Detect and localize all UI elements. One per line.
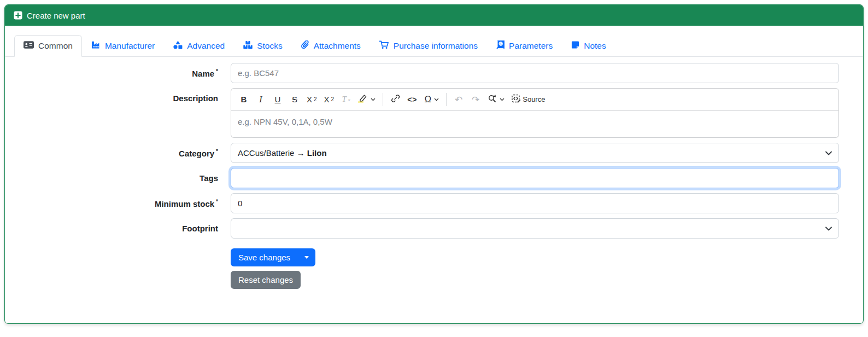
toolbar-divider — [446, 93, 447, 106]
required-asterisk: * — [216, 68, 218, 74]
category-path: ACCus/Batterie — [238, 148, 294, 158]
chevron-down-icon — [825, 151, 832, 155]
required-asterisk: * — [216, 148, 218, 154]
card-header: Create new part — [5, 5, 863, 26]
tab-notes[interactable]: Notes — [562, 35, 615, 57]
paperclip-icon — [301, 40, 309, 51]
chevron-down-icon — [500, 98, 505, 101]
minimum-stock-row: Minimum stock * — [14, 193, 839, 213]
tags-label: Tags — [14, 173, 218, 183]
superscript-button[interactable]: X2 — [321, 91, 338, 108]
underline-button[interactable]: U — [269, 91, 286, 108]
undo-button[interactable]: ↶ — [450, 91, 467, 108]
strikethrough-button[interactable]: S — [286, 91, 303, 108]
category-select[interactable]: ACCus/Batterie → LiIon — [231, 143, 839, 163]
redo-button[interactable]: ↷ — [467, 91, 484, 108]
link-icon — [391, 94, 400, 104]
description-row: Description B I U S X2 X2 Tx — [14, 88, 839, 138]
link-button[interactable] — [387, 91, 403, 108]
tab-label: Attachments — [314, 41, 361, 51]
description-editable[interactable]: e.g. NPN 45V, 0,1A, 0,5W — [231, 111, 839, 138]
remove-format-button[interactable]: Tx — [338, 91, 354, 108]
category-label: Category * — [14, 148, 218, 158]
toolbar-divider — [383, 93, 383, 106]
tab-label: Advanced — [187, 41, 225, 51]
footprint-label: Footprint — [14, 224, 218, 233]
category-selected: LiIon — [307, 148, 327, 158]
footprint-select[interactable] — [231, 218, 839, 239]
tab-label: Parameters — [509, 41, 553, 51]
tab-manufacturer[interactable]: Manufacturer — [82, 35, 164, 57]
sticky-note-icon — [571, 40, 579, 51]
special-characters-button[interactable]: Ω — [421, 91, 443, 108]
caret-down-icon — [304, 256, 309, 259]
square-plus-icon — [14, 11, 22, 20]
source-button[interactable]: Source — [508, 91, 548, 108]
tags-input[interactable] — [231, 168, 839, 188]
description-label: Description — [14, 88, 218, 103]
required-asterisk: * — [216, 199, 218, 205]
editor-toolbar: B I U S X2 X2 Tx <> — [231, 88, 839, 111]
tab-label: Manufacturer — [105, 41, 155, 51]
category-row: Category * ACCus/Batterie → LiIon — [14, 143, 839, 163]
name-label: Name * — [14, 68, 218, 78]
tab-common[interactable]: Common — [14, 35, 82, 57]
tab-stocks[interactable]: Stocks — [234, 35, 292, 57]
description-editor: B I U S X2 X2 Tx <> — [231, 88, 839, 138]
bold-button[interactable]: B — [236, 91, 252, 108]
source-editing-icon — [512, 94, 521, 104]
tags-row: Tags — [14, 168, 839, 188]
name-row: Name * — [14, 63, 839, 83]
form-actions: Save changes Reset changes — [231, 248, 839, 289]
save-dropdown-toggle[interactable] — [298, 248, 315, 266]
arrow-icon: → — [297, 148, 305, 158]
save-button[interactable]: Save changes — [231, 248, 298, 266]
address-card-icon — [24, 40, 34, 51]
page-title: Create new part — [27, 11, 85, 20]
omega-icon: Ω — [425, 94, 432, 105]
code-button[interactable]: <> — [404, 91, 420, 108]
italic-button[interactable]: I — [253, 91, 269, 108]
create-part-form: Name * Description B I U S X2 X2 Tx — [5, 63, 863, 289]
minimum-stock-input[interactable] — [231, 193, 839, 213]
tab-attachments[interactable]: Attachments — [292, 35, 370, 57]
chevron-down-icon — [434, 98, 439, 101]
subscript-button[interactable]: X2 — [303, 91, 320, 108]
highlight-button[interactable] — [355, 91, 379, 108]
tab-label: Stocks — [257, 41, 283, 51]
chevron-down-icon — [825, 226, 832, 231]
tab-parameters[interactable]: Parameters — [487, 35, 562, 57]
find-replace-icon — [488, 94, 497, 104]
save-button-group: Save changes — [231, 248, 315, 266]
chevron-down-icon — [371, 98, 376, 101]
highlight-marker-icon — [358, 94, 368, 104]
book-atlas-icon — [496, 40, 505, 51]
footprint-row: Footprint — [14, 218, 839, 239]
industry-icon — [91, 40, 101, 51]
tab-advanced[interactable]: Advanced — [164, 35, 234, 57]
minimum-stock-label: Minimum stock * — [14, 199, 218, 208]
tab-label: Purchase informations — [394, 41, 478, 51]
tab-purchase-informations[interactable]: Purchase informations — [370, 35, 487, 57]
boxes-stacked-icon — [243, 40, 253, 51]
tab-bar: Common Manufacturer Advanced Stocks Atta… — [5, 35, 863, 57]
create-part-card: Create new part Common Manufacturer Adva… — [4, 4, 864, 324]
tab-label: Notes — [584, 41, 606, 51]
find-replace-button[interactable] — [484, 91, 508, 108]
shapes-icon — [173, 40, 183, 51]
reset-button[interactable]: Reset changes — [231, 271, 301, 289]
shopping-cart-icon — [379, 40, 389, 51]
tab-label: Common — [38, 41, 73, 51]
name-input[interactable] — [231, 63, 839, 83]
